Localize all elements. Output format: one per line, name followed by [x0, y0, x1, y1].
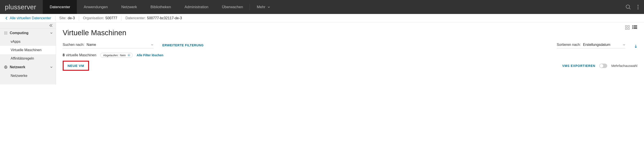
svg-point-4 — [4, 32, 5, 32]
nav-tab-monitor[interactable]: Überwachen — [215, 0, 250, 14]
breadcrumb-back-label: Alle virtuellen Datencenter — [10, 16, 51, 20]
svg-point-6 — [7, 32, 7, 32]
svg-point-9 — [7, 33, 7, 33]
action-row: NEUE VM VMS EXPORTIEREN Mehrfachauswahl — [63, 61, 637, 71]
search-by-value: Name — [86, 43, 102, 47]
content-area: Virtuelle Maschinen Suchen nach: Name ER… — [56, 22, 644, 84]
double-chevron-left-icon — [49, 24, 53, 27]
svg-point-1 — [638, 5, 638, 6]
sidebar-section-computing-label: Computing — [10, 31, 48, 35]
sort-by-select[interactable]: Sortieren nach: Erstellungsdatum — [557, 43, 626, 48]
nav-tab-network[interactable]: Netzwerk — [114, 0, 144, 14]
breadcrumb-datacenter: Datencenter:500777-bc32117-de-3 — [125, 16, 182, 20]
new-vm-button[interactable]: NEUE VM — [63, 61, 89, 71]
list-view-icon[interactable] — [632, 25, 637, 30]
sort-by-label: Sortieren nach: — [557, 43, 581, 47]
sidebar-section-computing[interactable]: Computing — [0, 28, 56, 38]
vm-count: 8 — [63, 53, 65, 57]
chevron-down-icon — [623, 44, 626, 46]
filter-row: Suchen nach: Name ERWEITERTE FILTERUNG S… — [63, 43, 637, 48]
svg-rect-24 — [634, 28, 637, 29]
sidebar-section-network[interactable]: Netzwerk — [0, 63, 56, 72]
export-vms-button[interactable]: VMS EXPORTIEREN — [562, 64, 596, 68]
main-area: Computing vApps Virtuelle Maschinen Affi… — [0, 22, 644, 84]
sidebar-collapse-button[interactable] — [0, 22, 56, 28]
svg-rect-20 — [634, 26, 637, 26]
chevron-down-icon — [268, 6, 270, 8]
svg-point-3 — [638, 8, 638, 9]
sidebar-item-affinity-rules[interactable]: Affinitätsregeln — [0, 54, 56, 63]
search-by-select[interactable]: Suchen nach: Name — [63, 43, 154, 48]
multi-select-label: Mehrfachauswahl — [611, 64, 637, 68]
sort-direction-button[interactable] — [634, 44, 637, 48]
action-row-right: VMS EXPORTIEREN Mehrfachauswahl — [562, 64, 637, 68]
vm-count-label: virtuelle Maschinen — [66, 53, 96, 57]
filter-chip-value: Nein — [120, 54, 126, 57]
nav-tab-libraries[interactable]: Bibliotheken — [144, 0, 178, 14]
nav-tab-administration[interactable]: Administration — [178, 0, 215, 14]
svg-point-8 — [6, 33, 6, 33]
globe-icon — [4, 65, 8, 69]
sidebar-section-network-label: Netzwerk — [10, 65, 48, 69]
chevron-left-icon — [5, 16, 8, 20]
nav-tab-applications[interactable]: Anwendungen — [77, 0, 114, 14]
chevron-down-icon — [50, 32, 53, 34]
svg-rect-21 — [632, 27, 633, 28]
svg-point-10 — [4, 34, 5, 34]
breadcrumb-site: Site:de-3 — [59, 16, 75, 20]
breadcrumb-bar: Alle virtuellen Datencenter Site:de-3 Or… — [0, 14, 644, 22]
svg-point-2 — [638, 7, 638, 8]
nav-tabs: Datencenter Anwendungen Netzwerk Bibliot… — [43, 0, 277, 14]
svg-rect-17 — [626, 28, 627, 30]
svg-point-7 — [4, 33, 5, 33]
clear-filters-link[interactable]: Alle Filter löschen — [137, 54, 164, 57]
svg-point-11 — [6, 34, 6, 34]
svg-point-0 — [626, 5, 630, 8]
chevron-down-icon — [151, 44, 154, 46]
svg-rect-15 — [626, 26, 627, 27]
svg-rect-22 — [634, 27, 637, 28]
arrow-down-icon — [634, 44, 637, 48]
sidebar-item-networks[interactable]: Netzwerke — [0, 72, 56, 80]
svg-point-5 — [6, 32, 6, 32]
topbar-actions — [626, 4, 644, 10]
nav-tab-datacenter[interactable]: Datencenter — [43, 0, 77, 14]
sidebar-item-vapps[interactable]: vApps — [0, 38, 56, 46]
grid-icon — [4, 31, 8, 35]
sort-by-value: Erstellungsdatum — [583, 43, 610, 47]
count-row: 8 virtuelle Maschinen Abgelaufen: Nein A… — [63, 53, 637, 58]
svg-point-12 — [7, 34, 7, 34]
multi-select-toggle[interactable] — [599, 64, 607, 68]
breadcrumb-back-link[interactable]: Alle virtuellen Datencenter — [5, 16, 51, 20]
svg-rect-23 — [632, 28, 633, 29]
breadcrumb-separator — [79, 16, 79, 20]
filter-chip-expired: Abgelaufen: Nein — [100, 53, 133, 58]
search-by-label: Suchen nach: — [63, 43, 84, 47]
more-vert-icon[interactable] — [637, 4, 639, 10]
filter-chip-key: Abgelaufen: — [103, 54, 118, 57]
svg-rect-19 — [632, 26, 633, 26]
nav-more-label: Mehr — [257, 5, 265, 9]
grid-view-icon[interactable] — [625, 25, 630, 30]
nav-tab-more[interactable]: Mehr — [250, 0, 277, 14]
close-icon — [128, 54, 130, 56]
svg-rect-16 — [628, 26, 630, 27]
view-toggle — [625, 25, 637, 30]
svg-rect-18 — [628, 28, 630, 30]
filter-chip-remove-button[interactable] — [127, 54, 131, 57]
brand-logo: plusserver — [0, 3, 43, 11]
breadcrumb-org: Organisation:500777 — [83, 16, 117, 20]
advanced-filter-link[interactable]: ERWEITERTE FILTERUNG — [162, 44, 204, 48]
chevron-down-icon — [50, 66, 53, 68]
top-navbar: plusserver Datencenter Anwendungen Netzw… — [0, 0, 644, 14]
page-title: Virtuelle Maschinen — [63, 28, 637, 37]
sidebar: Computing vApps Virtuelle Maschinen Affi… — [0, 22, 56, 84]
search-icon[interactable] — [626, 4, 631, 10]
sidebar-item-virtual-machines[interactable]: Virtuelle Maschinen — [0, 46, 56, 54]
